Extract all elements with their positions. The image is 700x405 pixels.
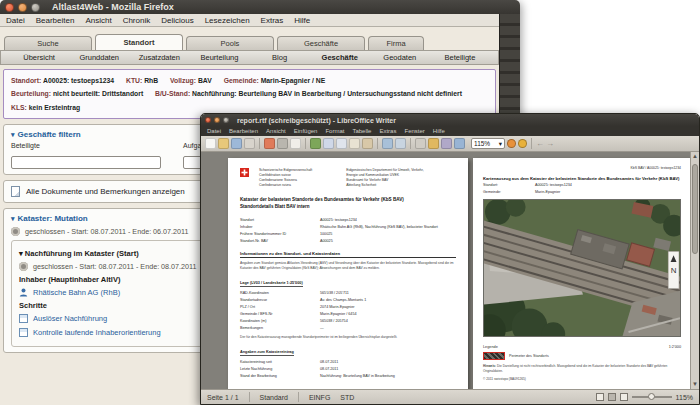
export-pdf-icon[interactable] [264, 138, 275, 149]
copyright-line: © 2011 swisstopo (BA091265) [483, 377, 681, 381]
menu-extras[interactable]: Extras [379, 128, 396, 134]
page-indicator[interactable]: Seite 1 / 1 [207, 394, 239, 401]
subtab-blog[interactable]: Blog [250, 53, 310, 62]
inhaber-link[interactable]: Rhätische Bahn AG (RhB) [33, 288, 120, 297]
writer-statusbar: Seite 1 / 1 Standard EINFG STD 115% [201, 389, 699, 404]
spellcheck-icon[interactable] [310, 138, 321, 149]
gallery-icon[interactable] [428, 138, 439, 149]
beteiligte-input[interactable] [11, 156, 161, 169]
menu-tabelle[interactable]: Tabelle [352, 128, 371, 134]
email-icon[interactable] [244, 138, 255, 149]
department-lines: Eidgenössisches Departement für Umwelt, … [346, 168, 423, 188]
open-icon[interactable] [218, 138, 229, 149]
menu-hilfe[interactable]: Hilfe [294, 16, 310, 25]
find-replace-icon[interactable] [454, 138, 465, 149]
subsection-katastereintrag: Angaben zum Katastereintrag [240, 350, 294, 356]
menu-delicious[interactable]: Delicious [161, 16, 193, 25]
scroll-down-icon[interactable]: ▼ [691, 380, 699, 389]
zoom-slider-knob[interactable] [648, 393, 655, 400]
tab-pools[interactable]: Pools [186, 36, 274, 50]
person-icon [19, 288, 28, 297]
scrollbar-thumb[interactable] [692, 164, 698, 254]
writer-window: report.rtf (schreibgeschützt) - LibreOff… [200, 113, 700, 405]
multi-page-view-icon[interactable] [608, 393, 616, 401]
menu-datei[interactable]: Datei [6, 16, 25, 25]
menu-datei[interactable]: Datei [207, 128, 221, 134]
new-document-icon[interactable] [205, 138, 216, 149]
statusbar-separator [249, 392, 250, 402]
page-style[interactable]: Standard [260, 394, 288, 401]
chevron-down-icon: ▾ [499, 140, 502, 148]
standort-infobox: Standort: A00025: testoeps1234 KTU: RhB … [3, 69, 496, 119]
perimeter-swatch-icon [483, 352, 505, 360]
subtab-beteiligte[interactable]: Beteiligte [430, 53, 490, 62]
menu-ansicht[interactable]: Ansicht [266, 128, 286, 134]
zoom-percentage[interactable]: 115% [676, 394, 693, 401]
infobox-line-3: KLS: kein Ersteintrag [11, 101, 488, 114]
zoom-combobox[interactable]: 115% ▾ [471, 138, 505, 149]
selection-mode[interactable]: STD [340, 394, 354, 401]
menu-extras[interactable]: Extras [261, 16, 284, 25]
bu-stand-value: Nachführung: Beurteilung BAV in Bearbeit… [192, 90, 462, 97]
print-preview-icon[interactable] [290, 138, 301, 149]
tab-geschaefte[interactable]: Geschäfte [277, 36, 365, 50]
insert-mode[interactable]: EINFG [309, 394, 330, 401]
legend-label: Legende [483, 345, 498, 349]
menu-format[interactable]: Format [325, 128, 344, 134]
menu-bearbeiten[interactable]: Bearbeiten [36, 16, 75, 25]
navigator-icon[interactable] [441, 138, 452, 149]
table-icon[interactable] [415, 138, 426, 149]
subtab-grunddaten[interactable]: Grunddaten [69, 53, 129, 62]
zoom-out-icon[interactable] [518, 139, 527, 148]
zoom-slider[interactable] [632, 396, 672, 398]
tab-firma[interactable]: Firma [368, 36, 424, 50]
single-page-view-icon[interactable] [596, 393, 604, 401]
subtab-geschaefte[interactable]: Geschäfte [310, 53, 370, 62]
print-icon[interactable] [277, 138, 288, 149]
firefox-titlebar[interactable]: Altlast4Web - Mozilla Firefox [0, 0, 520, 14]
toolbar-separator [531, 138, 532, 149]
minimize-button[interactable] [214, 117, 220, 123]
format-paintbrush-icon[interactable] [362, 138, 373, 149]
subtab-zusatzdaten[interactable]: Zusatzdaten [129, 53, 189, 62]
menu-hilfe[interactable]: Hilfe [433, 128, 445, 134]
document-page-map: KbS BAV / A00025: testoeps1234 Kartenaus… [473, 158, 691, 389]
save-icon[interactable] [231, 138, 242, 149]
menu-lesezeichen[interactable]: Lesezeichen [205, 16, 250, 25]
map-scale: 1:2'000 [669, 345, 681, 349]
writer-vertical-scrollbar[interactable]: ▲ ▼ [690, 152, 699, 389]
ktu-label: KTU: [126, 77, 142, 84]
forward-arrow-icon[interactable]: → [546, 139, 554, 148]
back-arrow-icon[interactable]: ← [536, 139, 544, 148]
hint-label: Hinweis: [483, 364, 496, 368]
cut-icon[interactable] [323, 138, 334, 149]
menu-bearbeiten[interactable]: Bearbeiten [229, 128, 258, 134]
copy-icon[interactable] [336, 138, 347, 149]
redo-icon[interactable] [395, 138, 406, 149]
menu-ansicht[interactable]: Ansicht [85, 16, 111, 25]
writer-titlebar[interactable]: report.rtf (schreibgeschützt) - LibreOff… [201, 114, 699, 126]
close-button[interactable] [5, 3, 14, 12]
zoom-in-icon[interactable] [507, 139, 516, 148]
close-button[interactable] [205, 117, 211, 123]
undo-icon[interactable] [382, 138, 393, 149]
maximize-button[interactable] [31, 3, 40, 12]
tab-standort[interactable]: Standort [95, 34, 183, 50]
map-gemeinde-label: Gemeinde: [483, 189, 535, 196]
menu-chronik[interactable]: Chronik [123, 16, 151, 25]
subtab-beurteilung[interactable]: Beurteilung [189, 53, 249, 62]
aerial-photo: N [483, 199, 681, 337]
subtab-geodaten[interactable]: Geodaten [370, 53, 430, 62]
minimize-button[interactable] [18, 3, 27, 12]
closed-status-icon [11, 227, 20, 236]
menu-fenster[interactable]: Fenster [404, 128, 424, 134]
subtab-uebersicht[interactable]: Übersicht [9, 53, 69, 62]
tab-suche[interactable]: Suche [4, 36, 92, 50]
document-title: Kataster der belasteten Standorte des Bu… [240, 197, 456, 211]
paste-icon[interactable] [349, 138, 360, 149]
maximize-button[interactable] [223, 117, 229, 123]
documents-link[interactable]: Alle Dokumente und Bemerkungen anzeigen [26, 187, 185, 196]
menu-einfuegen[interactable]: Einfügen [294, 128, 318, 134]
scroll-up-icon[interactable]: ▲ [691, 152, 699, 161]
book-view-icon[interactable] [620, 393, 628, 401]
